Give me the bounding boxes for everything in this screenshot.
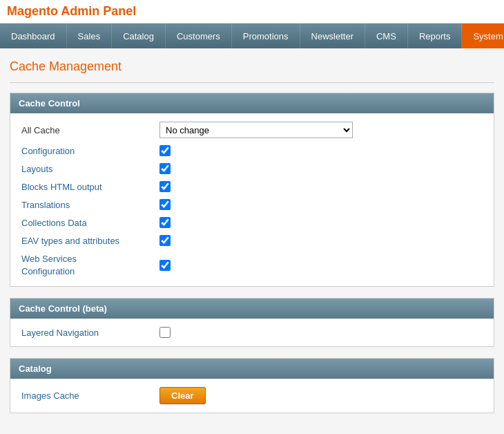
configuration-row: Configuration [21,145,483,156]
layouts-row: Layouts [21,163,483,174]
blocks-html-row: Blocks HTML output [21,181,483,192]
nav-item-catalog[interactable]: Catalog [112,23,166,48]
nav-item-promotions[interactable]: Promotions [232,23,300,48]
page-title: Cache Management [10,59,494,74]
nav-item-cms[interactable]: CMS [365,23,408,48]
eav-label: EAV types and attributes [21,236,159,246]
web-services-row: Web Services Configuration [21,253,483,278]
images-cache-label: Images Cache [21,390,159,401]
eav-row: EAV types and attributes [21,235,483,246]
cache-control-beta-header: Cache Control (beta) [10,299,494,319]
collections-data-checkbox[interactable] [159,217,171,228]
catalog-header: Catalog [10,359,494,379]
divider [10,82,494,83]
web-services-checkbox[interactable] [159,260,171,271]
cache-control-beta-body: Layered Navigation [10,319,494,346]
eav-checkbox[interactable] [159,235,171,246]
all-cache-select[interactable]: No change Enable Disable Refresh [159,122,353,138]
all-cache-label: All Cache [21,125,159,135]
configuration-checkbox[interactable] [159,145,171,156]
layouts-label: Layouts [21,164,159,174]
images-cache-clear-button[interactable]: Clear [159,387,206,404]
cache-control-beta-panel: Cache Control (beta) Layered Navigation [10,298,494,347]
layered-navigation-checkbox[interactable] [159,327,171,338]
layered-navigation-label: Layered Navigation [21,328,159,338]
nav-item-dashboard[interactable]: Dashboard [0,23,67,48]
cache-control-header: Cache Control [10,93,494,113]
nav-item-reports[interactable]: Reports [408,23,463,48]
configuration-label: Configuration [21,146,159,156]
blocks-html-checkbox[interactable] [159,181,171,192]
layered-navigation-row: Layered Navigation [21,327,483,338]
nav-item-customers[interactable]: Customers [166,23,232,48]
blocks-html-label: Blocks HTML output [21,182,159,192]
translations-checkbox[interactable] [159,199,171,210]
collections-data-label: Collections Data [21,218,159,228]
page-content: Cache Management Cache Control All Cache… [0,48,504,434]
nav-item-newsletter[interactable]: Newsletter [300,23,365,48]
nav-item-sales[interactable]: Sales [67,23,113,48]
cache-control-panel: Cache Control All Cache No change Enable… [10,93,494,287]
catalog-panel: Catalog Images Cache Clear [10,358,494,413]
catalog-body: Images Cache Clear [10,379,494,413]
all-cache-row: All Cache No change Enable Disable Refre… [21,122,483,138]
cache-control-body: All Cache No change Enable Disable Refre… [10,113,494,286]
web-services-label: Web Services Configuration [21,253,159,278]
nav-item-system[interactable]: System [462,23,504,48]
nav-bar: Dashboard Sales Catalog Customers Promot… [0,23,504,48]
translations-row: Translations [21,199,483,210]
logo: Magento Admin Panel [7,4,136,19]
images-cache-row: Images Cache Clear [21,387,483,404]
collections-data-row: Collections Data [21,217,483,228]
logo-bar: Magento Admin Panel [0,0,504,23]
layouts-checkbox[interactable] [159,163,171,174]
translations-label: Translations [21,200,159,210]
